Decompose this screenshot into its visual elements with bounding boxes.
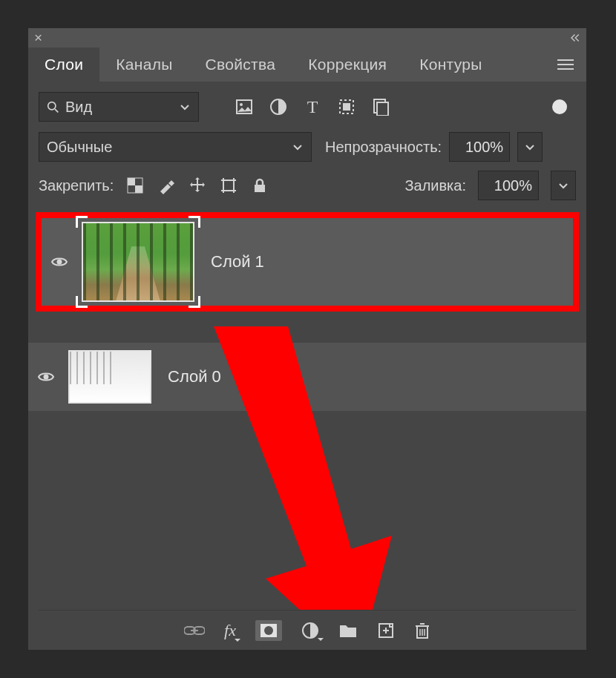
lock-pixels-icon[interactable] xyxy=(157,176,176,195)
chevron-down-icon xyxy=(179,101,191,113)
visibility-icon[interactable] xyxy=(34,368,58,386)
filter-type-icons: T xyxy=(235,97,390,116)
layer-row[interactable]: Слой 1 xyxy=(36,212,579,312)
search-icon xyxy=(47,101,59,113)
lock-artboard-icon[interactable] xyxy=(219,176,238,195)
filter-kind-label: Вид xyxy=(65,99,92,116)
tab-properties[interactable]: Свойства xyxy=(189,47,292,82)
pixel-filter-icon[interactable] xyxy=(235,97,254,116)
fill-input[interactable]: 100% xyxy=(478,171,539,200)
panel-titlebar: × xyxy=(28,28,586,47)
new-layer-icon[interactable] xyxy=(377,622,395,639)
adjustment-filter-icon[interactable] xyxy=(269,97,288,116)
opacity-label: Непрозрачность: xyxy=(325,139,442,156)
layer-row[interactable]: Слой 0 xyxy=(28,343,586,411)
type-filter-icon[interactable]: T xyxy=(303,97,322,116)
fill-chevron[interactable] xyxy=(551,171,576,200)
new-fill-adjust-icon[interactable] xyxy=(301,622,319,639)
add-mask-icon[interactable] xyxy=(255,620,282,641)
collapse-icon[interactable] xyxy=(567,31,580,45)
link-layers-icon[interactable] xyxy=(184,623,205,638)
filter-row: Вид T xyxy=(39,92,576,122)
opacity-chevron[interactable] xyxy=(517,132,543,162)
chevron-down-icon xyxy=(292,141,304,153)
svg-point-22 xyxy=(44,375,49,380)
svg-rect-13 xyxy=(128,178,135,185)
lock-position-icon[interactable] xyxy=(188,176,207,195)
svg-rect-9 xyxy=(343,103,350,111)
smartobject-corner-icon xyxy=(189,216,200,228)
svg-rect-14 xyxy=(135,185,142,193)
opacity-value: 100% xyxy=(465,139,503,156)
fill-label: Заливка: xyxy=(404,177,466,194)
svg-point-3 xyxy=(48,102,56,109)
blend-mode-select[interactable]: Обычные xyxy=(39,132,312,162)
filter-toggle[interactable] xyxy=(552,99,567,114)
opacity-input[interactable]: 100% xyxy=(449,132,510,162)
filter-kind-select[interactable]: Вид xyxy=(39,92,199,122)
tab-adjustments[interactable]: Коррекция xyxy=(292,47,403,82)
svg-point-21 xyxy=(57,260,62,265)
visibility-icon[interactable] xyxy=(47,253,71,271)
shape-filter-icon[interactable] xyxy=(337,97,356,116)
layers-panel: × Слои Каналы Свойства Коррекция Контуры xyxy=(28,28,586,650)
lock-label: Закрепить: xyxy=(39,177,114,194)
layer-name[interactable]: Слой 1 xyxy=(211,252,264,271)
svg-point-6 xyxy=(240,103,243,106)
svg-rect-11 xyxy=(377,102,388,116)
svg-rect-15 xyxy=(223,180,234,191)
smartobject-corner-icon xyxy=(189,296,200,308)
tab-paths[interactable]: Контуры xyxy=(403,47,499,82)
blend-row: Обычные Непрозрачность: 100% xyxy=(39,132,576,162)
fill-value: 100% xyxy=(494,177,532,194)
svg-line-4 xyxy=(55,109,58,112)
smartobject-filter-icon[interactable] xyxy=(371,97,390,116)
tab-channels[interactable]: Каналы xyxy=(99,47,189,82)
trash-icon[interactable] xyxy=(414,622,430,639)
lock-row: Закрепить: xyxy=(39,171,576,200)
layers-list: Слой 1 Слой 0 xyxy=(28,208,586,610)
tab-layers[interactable]: Слои xyxy=(28,47,99,82)
layer-thumbnail[interactable] xyxy=(82,222,194,302)
layer-fx-icon[interactable]: fx xyxy=(224,621,236,640)
layer-thumbnail[interactable] xyxy=(68,350,151,404)
blend-mode-value: Обычные xyxy=(47,139,112,156)
lock-all-icon[interactable] xyxy=(250,176,269,195)
layer-name[interactable]: Слой 0 xyxy=(168,367,221,386)
smartobject-corner-icon xyxy=(76,216,88,228)
panel-menu-icon[interactable] xyxy=(551,50,580,79)
smartobject-corner-icon xyxy=(76,296,88,308)
new-group-icon[interactable] xyxy=(338,622,358,639)
layers-footer: fx xyxy=(39,610,576,650)
svg-rect-20 xyxy=(255,185,265,192)
svg-point-25 xyxy=(264,626,273,635)
close-icon[interactable]: × xyxy=(34,30,42,46)
lock-transparent-icon[interactable] xyxy=(125,176,145,195)
panel-tabs: Слои Каналы Свойства Коррекция Контуры xyxy=(28,47,586,82)
